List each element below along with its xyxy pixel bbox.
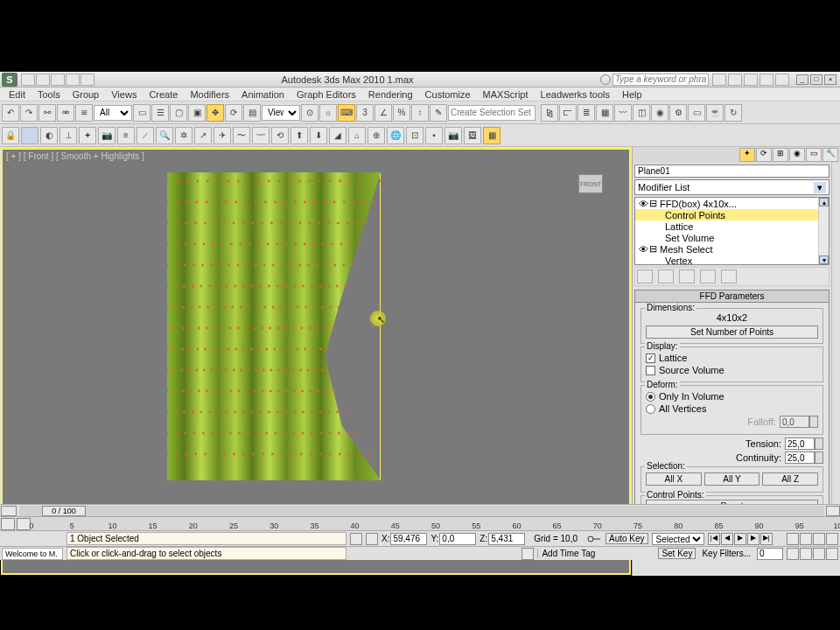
time-slider-handle[interactable]: 0 / 100 bbox=[42, 506, 86, 516]
y-coord-input[interactable] bbox=[439, 533, 476, 545]
reference-coord-dropdown[interactable]: View bbox=[262, 105, 300, 121]
tension-spinner[interactable] bbox=[815, 438, 823, 450]
keyboard-shortcut-toggle-icon[interactable]: ⌨ bbox=[338, 104, 355, 122]
tool-22-icon[interactable]: ▪ bbox=[425, 127, 443, 144]
stack-lattice[interactable]: Lattice bbox=[635, 220, 829, 232]
pivot-center-icon[interactable]: ⊙ bbox=[301, 104, 318, 122]
menu-group[interactable]: Group bbox=[67, 88, 105, 101]
menu-rendering[interactable]: Rendering bbox=[363, 88, 418, 101]
menu-tools[interactable]: Tools bbox=[32, 88, 66, 101]
selection-filter-dropdown[interactable]: All bbox=[94, 105, 132, 121]
layer-manager-icon[interactable]: ≣ bbox=[578, 104, 595, 122]
select-object-icon[interactable]: ▭ bbox=[133, 104, 150, 122]
tool-1-icon[interactable] bbox=[21, 127, 38, 144]
manipulate-icon[interactable]: ☼ bbox=[319, 104, 337, 122]
link-icon[interactable]: ⚯ bbox=[38, 104, 56, 122]
trackbar-toggle-icon[interactable] bbox=[1, 518, 15, 530]
spinner-snap-icon[interactable]: ↕ bbox=[411, 104, 429, 122]
subscription-icon[interactable] bbox=[728, 74, 742, 86]
menu-animation[interactable]: Animation bbox=[236, 88, 290, 101]
viewcube[interactable]: FRONT bbox=[578, 174, 603, 193]
current-frame-input[interactable] bbox=[757, 548, 783, 560]
new-icon[interactable] bbox=[21, 74, 35, 86]
all-y-button[interactable]: All Y bbox=[704, 472, 760, 486]
tool-9-icon[interactable]: ✲ bbox=[175, 127, 192, 144]
curve-editor-icon[interactable]: 〰 bbox=[614, 104, 632, 122]
menu-help[interactable]: Help bbox=[617, 88, 648, 101]
tool-24-icon[interactable]: 🖼 bbox=[464, 127, 481, 144]
menu-edit[interactable]: Edit bbox=[4, 88, 31, 101]
communication-icon[interactable] bbox=[744, 74, 758, 86]
tool-8-icon[interactable]: 🔍 bbox=[156, 127, 173, 144]
rendered-frame-icon[interactable]: ▭ bbox=[688, 104, 705, 122]
window-crossing-icon[interactable]: ▣ bbox=[188, 104, 206, 122]
render-iterative-icon[interactable]: ↻ bbox=[724, 104, 742, 122]
tool-5-icon[interactable]: 📷 bbox=[98, 127, 116, 144]
tool-21-icon[interactable]: ⊡ bbox=[406, 127, 424, 144]
menu-maxscript[interactable]: MAXScript bbox=[478, 88, 534, 101]
curtain-mesh[interactable] bbox=[167, 172, 381, 480]
schematic-view-icon[interactable]: ◫ bbox=[633, 104, 650, 122]
x-coord-input[interactable] bbox=[390, 533, 427, 545]
angle-snap-icon[interactable]: ∠ bbox=[374, 104, 392, 122]
menu-create[interactable]: Create bbox=[144, 88, 183, 101]
tool-7-icon[interactable]: ⟋ bbox=[136, 127, 154, 144]
stack-vertex[interactable]: Vertex bbox=[635, 255, 829, 265]
select-by-name-icon[interactable]: ☰ bbox=[151, 104, 169, 122]
tool-4-icon[interactable]: ✦ bbox=[79, 127, 96, 144]
tool-17-icon[interactable]: ◢ bbox=[329, 127, 346, 144]
named-sel-set-edit-icon[interactable]: ✎ bbox=[430, 104, 447, 122]
all-vertices-radio[interactable] bbox=[646, 404, 655, 414]
render-setup-icon[interactable]: ⚙ bbox=[669, 104, 687, 122]
select-region-rect-icon[interactable]: ▢ bbox=[170, 104, 187, 122]
menu-graph-editors[interactable]: Graph Editors bbox=[291, 88, 361, 101]
menu-modifiers[interactable]: Modifiers bbox=[185, 88, 234, 101]
undo-icon[interactable] bbox=[66, 74, 80, 86]
tool-12-icon[interactable]: 〜 bbox=[233, 127, 250, 144]
lock-icon[interactable] bbox=[522, 548, 534, 560]
set-number-of-points-button[interactable]: Set Number of Points bbox=[646, 326, 818, 339]
timeslider-prev-icon[interactable] bbox=[1, 506, 17, 516]
utilities-tab-icon[interactable]: 🔧 bbox=[822, 148, 838, 162]
undo-button[interactable]: ↶ bbox=[2, 104, 19, 122]
absolute-relative-icon[interactable] bbox=[366, 533, 378, 545]
only-in-volume-radio[interactable] bbox=[646, 392, 655, 402]
modify-tab-icon[interactable]: ⟳ bbox=[756, 148, 772, 162]
next-frame-icon[interactable]: ▶ bbox=[747, 533, 760, 545]
tension-input[interactable] bbox=[785, 438, 815, 450]
modifier-stack[interactable]: 👁⊟FFD(box) 4x10x... Control Points Latti… bbox=[634, 197, 830, 265]
select-scale-icon[interactable]: ▤ bbox=[243, 104, 261, 122]
show-end-result-icon[interactable] bbox=[658, 270, 674, 284]
set-key-button[interactable]: Set Key bbox=[658, 548, 696, 559]
timeslider-next-icon[interactable] bbox=[826, 506, 840, 516]
scroll-up-icon[interactable]: ▴ bbox=[819, 198, 829, 206]
stack-ffd-box[interactable]: 👁⊟FFD(box) 4x10x... bbox=[635, 198, 829, 209]
zoom-all-icon[interactable] bbox=[800, 533, 812, 545]
make-unique-icon[interactable] bbox=[679, 270, 695, 284]
z-coord-input[interactable] bbox=[488, 533, 525, 545]
create-tab-icon[interactable]: ✦ bbox=[739, 148, 755, 162]
all-x-button[interactable]: All X bbox=[646, 472, 702, 486]
app-logo-icon[interactable]: S bbox=[2, 73, 18, 87]
zoom-icon[interactable] bbox=[787, 533, 799, 545]
goto-end-icon[interactable]: ▶| bbox=[760, 533, 773, 545]
auto-key-button[interactable]: Auto Key bbox=[606, 533, 648, 544]
scroll-down-icon[interactable]: ▾ bbox=[819, 256, 829, 264]
timeline-ticks[interactable]: 0510152025303540455055606570758085909510… bbox=[32, 516, 840, 530]
mirror-icon[interactable]: ⧎ bbox=[541, 104, 558, 122]
tool-10-icon[interactable]: ↗ bbox=[194, 127, 212, 144]
select-rotate-icon[interactable]: ⟳ bbox=[225, 104, 242, 122]
percent-snap-icon[interactable]: % bbox=[393, 104, 410, 122]
panel-resize-strip[interactable] bbox=[831, 163, 840, 526]
prev-frame-icon[interactable]: ◀ bbox=[721, 533, 733, 545]
continuity-spinner[interactable] bbox=[815, 452, 823, 464]
continuity-input[interactable] bbox=[785, 452, 815, 464]
source-volume-checkbox[interactable] bbox=[646, 366, 655, 375]
tool-14-icon[interactable]: ⟲ bbox=[271, 127, 289, 144]
stack-control-points[interactable]: Control Points bbox=[635, 209, 829, 220]
lattice-checkbox[interactable]: ✓ bbox=[646, 354, 655, 363]
open-icon[interactable] bbox=[36, 74, 50, 86]
goto-start-icon[interactable]: |◀ bbox=[708, 533, 720, 545]
stack-mesh-select[interactable]: 👁⊟Mesh Select bbox=[635, 243, 829, 255]
maximize-button[interactable]: □ bbox=[810, 74, 822, 85]
